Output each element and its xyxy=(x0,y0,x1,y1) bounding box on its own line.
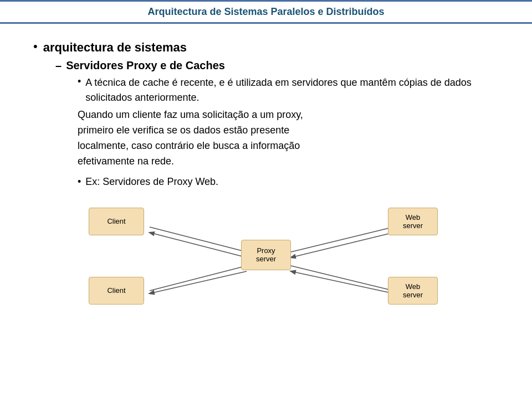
svg-line-6 xyxy=(291,266,393,291)
svg-line-2 xyxy=(150,266,247,291)
web2-node: Webserver xyxy=(388,277,438,305)
web2-label: Webserver xyxy=(403,282,423,299)
svg-line-3 xyxy=(150,271,247,293)
bullet-l3-dot: • xyxy=(78,76,81,87)
web1-label: Webserver xyxy=(403,213,423,230)
svg-line-1 xyxy=(150,233,247,257)
header-title: Arquitectura de Sistemas Paralelos e Dis… xyxy=(147,6,384,18)
bullet-level1: • arquitectura de sistemas xyxy=(33,40,499,55)
bullet-ex: • Ex: Servidores de Proxy Web. xyxy=(78,176,499,188)
content: • arquitectura de sistemas – Servidores … xyxy=(0,24,532,329)
client1-node: Client xyxy=(89,208,144,235)
svg-line-4 xyxy=(291,227,393,252)
client2-node: Client xyxy=(89,277,144,305)
bullet-ex-text: Ex: Servidores de Proxy Web. xyxy=(85,176,218,188)
bullet-level3: • A técnica de cache é recente, e é util… xyxy=(78,75,499,105)
svg-line-7 xyxy=(291,271,393,293)
web1-node: Webserver xyxy=(388,208,438,235)
bullet-l2-dash: – xyxy=(55,59,62,72)
bullet-ex-dot: • xyxy=(78,176,81,188)
bullet-level2: – Servidores Proxy e de Caches xyxy=(55,59,499,72)
bullet-l2-text: Servidores Proxy e de Caches xyxy=(66,59,225,72)
client1-label: Client xyxy=(107,217,125,225)
bullet-l3-text: A técnica de cache é recente, e é utiliz… xyxy=(85,75,499,105)
proxy-node: Proxyserver xyxy=(241,240,291,270)
bullet-l1-dot: • xyxy=(33,39,38,54)
svg-line-0 xyxy=(150,227,247,252)
svg-line-5 xyxy=(291,233,393,257)
header: Arquitectura de Sistemas Paralelos e Dis… xyxy=(0,0,532,24)
client2-label: Client xyxy=(107,286,125,295)
paragraph-text: Quando um cliente faz uma solicitação a … xyxy=(78,107,499,169)
diagram: Client Client Proxyserver Webserver Webs… xyxy=(78,197,510,318)
proxy-label: Proxyserver xyxy=(256,246,276,263)
bullet-l1-text: arquitectura de sistemas xyxy=(43,40,187,55)
